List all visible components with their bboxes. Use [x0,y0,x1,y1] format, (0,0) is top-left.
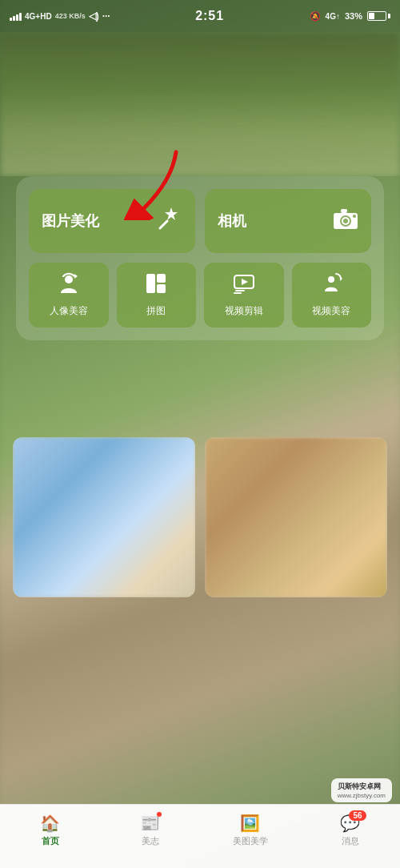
svg-point-8 [353,215,356,218]
status-time: 2:51 [195,9,224,23]
photo-beautify-label: 图片美化 [42,211,99,231]
top-photo-area [0,32,400,176]
menu-card: 图片美化 相机 [16,176,384,340]
alarm-icon: 🔕 [310,11,321,22]
audio-icon: ◁) [89,10,99,22]
photo-card-2[interactable] [205,437,387,597]
nav-item-aesthetics[interactable]: 🖼️ 美图美学 [200,814,300,847]
svg-rect-12 [157,274,166,283]
video-edit-label: 视频剪辑 [225,304,263,318]
nav-magazine-label: 美志 [142,835,159,847]
portrait-icon [58,272,80,299]
photo-beautify-button[interactable]: 图片美化 [29,189,195,253]
watermark-line1: 贝斯特安卓网 [338,782,386,792]
camera-label: 相机 [218,211,246,231]
more-icon: ··· [102,10,110,22]
camera-button[interactable]: 相机 [205,189,371,253]
nav-item-messages[interactable]: 56 💬 消息 [300,814,400,847]
video-beauty-label: 视频美容 [312,304,350,318]
home-icon: 🏠 [40,814,60,833]
svg-marker-1 [165,207,178,220]
portrait-beauty-button[interactable]: 人像美容 [29,263,109,328]
signal-icon [10,11,22,21]
svg-point-18 [328,276,334,283]
photo-card-1[interactable] [13,437,195,597]
watermark-line2: www.zjbstyy.com [338,792,386,799]
aesthetics-icon: 🖼️ [240,814,260,833]
collage-icon [145,272,167,299]
video-beauty-button[interactable]: 视频美容 [292,263,372,328]
svg-marker-15 [242,279,248,285]
photo-thumbnail-1 [13,437,195,597]
battery-indicator [367,11,390,21]
svg-point-9 [65,275,73,283]
battery-percent: 33% [345,11,362,21]
nav-messages-label: 消息 [342,835,359,847]
menu-top-row: 图片美化 相机 [29,189,371,253]
status-right: 🔕 4G↑ 33% [310,11,390,22]
svg-rect-11 [146,274,155,293]
svg-line-2 [160,221,167,228]
bottom-navigation: 🏠 首页 📰 美志 🖼️ 美图美学 56 💬 消息 [0,804,400,868]
camera-icon [333,208,358,235]
status-left: 4G+HD 423 KB/s ◁) ··· [10,10,110,22]
watermark: 贝斯特安卓网 www.zjbstyy.com [331,778,392,802]
data-speed: 423 KB/s [55,12,86,20]
portrait-beauty-label: 人像美容 [50,304,88,318]
messages-badge: 56 [349,810,366,821]
nav-item-home[interactable]: 🏠 首页 [0,814,100,847]
nav-home-label: 首页 [42,835,59,847]
svg-rect-7 [341,209,347,213]
wand-star-icon [157,206,182,237]
collage-label: 拼图 [146,304,166,318]
network-type: 4G+HD [25,12,52,21]
photo-thumbnail-2 [205,437,387,597]
video-scissors-icon [233,272,255,299]
nav-aesthetics-label: 美图美学 [233,835,268,847]
photo-grid [0,424,400,610]
menu-bottom-row: 人像美容 拼图 视频剪辑 [29,263,371,328]
magazine-notification-dot [157,812,162,817]
network-strength: 4G↑ [326,12,340,21]
video-edit-button[interactable]: 视频剪辑 [204,263,284,328]
svg-marker-10 [74,274,78,279]
nav-item-magazine[interactable]: 📰 美志 [100,814,200,847]
video-beauty-icon [320,272,342,299]
svg-rect-13 [157,284,166,293]
collage-button[interactable]: 拼图 [117,263,197,328]
status-bar: 4G+HD 423 KB/s ◁) ··· 2:51 🔕 4G↑ 33% [0,0,400,32]
svg-point-6 [343,219,348,223]
